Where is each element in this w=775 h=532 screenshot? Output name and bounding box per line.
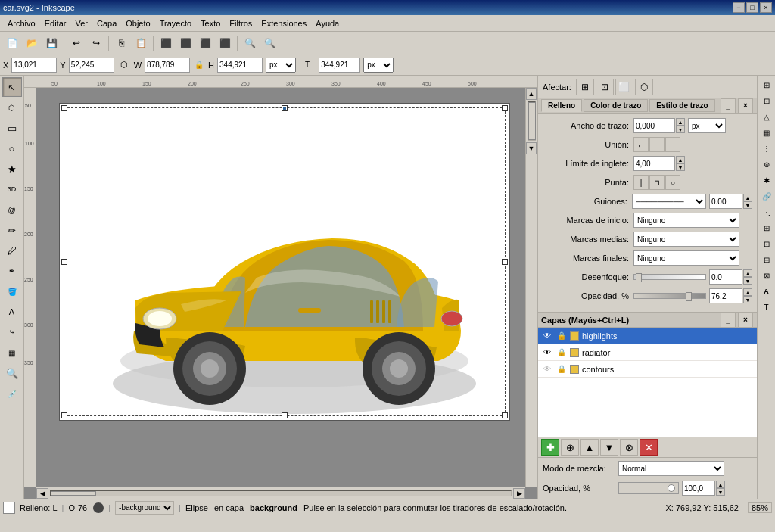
canvas-content[interactable]	[36, 88, 525, 487]
menu-item-ayuda[interactable]: Ayuda	[311, 17, 344, 30]
ri-btn-9[interactable]: ⋱	[759, 204, 774, 219]
blend-select[interactable]: Normal Multiply Screen Overlay	[618, 461, 724, 476]
h-input[interactable]	[217, 58, 263, 73]
canvas-area[interactable]: 50 100 150 200 250 300 350 400 450 500 5…	[24, 76, 537, 499]
ri-btn-6[interactable]: ⊛	[759, 157, 774, 172]
ri-btn-text[interactable]: A	[759, 284, 774, 299]
blur-slider[interactable]	[633, 274, 706, 280]
ri-snap-1[interactable]: ⊞	[759, 220, 774, 235]
new-button[interactable]: 📄	[3, 34, 21, 52]
layer-opacity-input[interactable]	[682, 481, 715, 496]
menu-item-trayecto[interactable]: Trayecto	[155, 17, 196, 30]
layer-dup-btn[interactable]: ⊕	[561, 439, 579, 456]
layer-eye-highlights[interactable]: 👁	[541, 330, 553, 342]
menu-item-texto[interactable]: Texto	[196, 17, 225, 30]
ri-btn-1[interactable]: ⊞	[759, 77, 774, 92]
minimize-button[interactable]: −	[733, 2, 745, 13]
scrollbar-thumb-h[interactable]	[51, 491, 96, 496]
bucket-tool[interactable]: 🪣	[2, 282, 22, 301]
scroll-left-btn[interactable]: ◀	[36, 488, 48, 499]
opacity-up[interactable]: ▲	[743, 288, 752, 296]
stroke-unit-select[interactable]: px mm	[688, 118, 726, 133]
tab-fill[interactable]: Relleno	[541, 99, 582, 112]
layers-close[interactable]: ×	[738, 313, 753, 328]
gradient-tool[interactable]: ▦	[2, 343, 22, 362]
layer-down-btn[interactable]: ▼	[600, 439, 618, 456]
layer-item-contours[interactable]: 👁 🔒 contours	[538, 361, 757, 378]
3d-tool[interactable]: 3D	[2, 179, 22, 199]
calligraphy-tool[interactable]: ✒	[2, 261, 22, 281]
eyedropper-tool[interactable]: 💉	[2, 384, 22, 403]
scrollbar-thumb-v[interactable]	[528, 102, 536, 140]
w-input[interactable]	[145, 58, 190, 73]
layer-opacity-up[interactable]: ▲	[716, 481, 725, 488]
tab-style[interactable]: Estilo de trazo	[649, 99, 714, 112]
start-marks-select[interactable]: Ninguno	[633, 213, 739, 228]
align-center-button[interactable]: ⬛	[176, 34, 195, 52]
blur-down[interactable]: ▼	[743, 277, 752, 285]
ri-btn-bottom[interactable]: T	[759, 300, 774, 315]
zoom-tool[interactable]: 🔍	[2, 363, 22, 383]
layer-item-highlights[interactable]: 👁 🔒 highlights	[538, 328, 757, 344]
layer-del-btn[interactable]: ⊗	[620, 439, 638, 456]
dashes-offset[interactable]	[709, 194, 742, 209]
afectar-btn-2[interactable]: ⊡	[596, 79, 614, 95]
unit-select[interactable]: px mm cm	[266, 58, 296, 73]
opacity-slider[interactable]	[633, 293, 706, 299]
stroke-width-up[interactable]: ▲	[676, 118, 685, 126]
rect-tool[interactable]: ▭	[2, 118, 22, 138]
layer-eye-radiator[interactable]: 👁	[541, 347, 553, 359]
blur-thumb[interactable]	[636, 273, 642, 282]
opacity-down[interactable]: ▼	[743, 296, 752, 303]
layer-opacity-slider[interactable]	[618, 482, 679, 494]
menu-item-objeto[interactable]: Objeto	[121, 17, 154, 30]
spiral-tool[interactable]: @	[2, 200, 22, 219]
align-left-button[interactable]: ⬛	[157, 34, 175, 52]
t-input[interactable]	[319, 58, 360, 73]
scroll-right-btn[interactable]: ▶	[513, 488, 525, 499]
scroll-down-btn[interactable]: ▼	[526, 142, 537, 154]
paste-button[interactable]: 📋	[132, 34, 150, 52]
layer-eye-contours[interactable]: 👁	[541, 363, 553, 375]
pencil-tool[interactable]: ✏	[2, 220, 22, 240]
ri-btn-8[interactable]: 🔗	[759, 188, 774, 204]
layer-item-radiator[interactable]: 👁 🔒 radiator	[538, 344, 757, 361]
maximize-button[interactable]: □	[746, 2, 758, 13]
layer-up-btn[interactable]: ▲	[580, 439, 599, 456]
zoom-in-button[interactable]: 🔍	[241, 34, 259, 52]
limit-down[interactable]: ▼	[676, 163, 685, 171]
afectar-btn-3[interactable]: ⬜	[615, 79, 633, 95]
limit-input[interactable]	[633, 156, 675, 171]
scrollbar-track-v[interactable]	[528, 101, 536, 141]
ri-btn-5[interactable]: ⋮	[759, 141, 774, 156]
copy-button[interactable]: ⎘	[112, 34, 130, 52]
ri-snap-4[interactable]: ⊠	[759, 268, 774, 283]
redo-button[interactable]: ↪	[87, 34, 105, 52]
afectar-btn-1[interactable]: ⊞	[576, 79, 594, 95]
menu-item-archivo[interactable]: Archivo	[3, 17, 40, 30]
layer-select[interactable]: -background highlights radiator contours	[115, 501, 174, 515]
tip-btn-2[interactable]: ⊓	[649, 175, 665, 190]
tip-btn-3[interactable]: ○	[665, 175, 680, 190]
menu-item-capa[interactable]: Capa	[92, 17, 121, 30]
ri-snap-3[interactable]: ⊟	[759, 252, 774, 267]
connector-tool[interactable]: ⤷	[2, 322, 22, 342]
stroke-width-input[interactable]	[633, 118, 675, 133]
tab-color[interactable]: Color de trazo	[584, 99, 648, 112]
union-btn-3[interactable]: ⌐	[665, 137, 680, 152]
stroke-width-down[interactable]: ▼	[676, 126, 685, 133]
opacity-thumb[interactable]	[686, 292, 692, 301]
menu-item-extensiones[interactable]: Extensiones	[257, 17, 311, 30]
scroll-up-btn[interactable]: ▲	[526, 88, 537, 100]
text-tool[interactable]: A	[2, 302, 22, 322]
vertical-scrollbar[interactable]: ▲ ▼	[525, 88, 537, 487]
blur-up[interactable]: ▲	[743, 269, 752, 277]
layer-add-btn[interactable]: ✚	[541, 439, 559, 456]
select-tool[interactable]: ↖	[2, 77, 22, 97]
layer-opacity-down[interactable]: ▼	[716, 488, 725, 496]
layer-remove-btn[interactable]: ✕	[640, 439, 658, 456]
node-tool[interactable]: ⬡	[2, 98, 22, 117]
save-button[interactable]: 💾	[42, 34, 61, 52]
t-unit-select[interactable]: px	[363, 58, 394, 73]
dashes-select[interactable]: ───────── - - - - -	[632, 194, 706, 209]
